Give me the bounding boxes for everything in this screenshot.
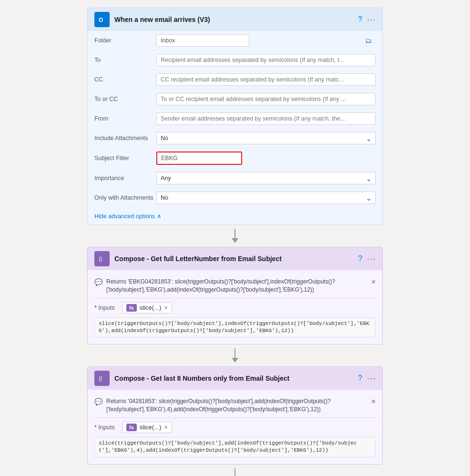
compose-1-inputs-row: * Inputs fx slice(...) × bbox=[94, 298, 376, 315]
trigger-help-icon[interactable]: ? bbox=[358, 15, 362, 24]
only-with-attachments-wrapper: No Yes ⌄ bbox=[156, 192, 376, 204]
to-row: To bbox=[88, 51, 382, 70]
compose-card-1-header: {} Compose - Get full LetterNumber from … bbox=[88, 247, 382, 270]
compose-1-fx-close[interactable]: × bbox=[164, 304, 168, 311]
outlook-icon: O bbox=[97, 15, 107, 24]
svg-text:{}: {} bbox=[99, 256, 102, 262]
compose-card-2-title: Compose - Get last 8 Numbers only from E… bbox=[114, 375, 353, 382]
compose-1-fx-badge: fx bbox=[126, 304, 137, 312]
trigger-card: O When a new email arrives (V3) ? ··· Fo… bbox=[87, 8, 383, 225]
subject-filter-label: Subject Filter bbox=[94, 155, 156, 162]
from-label: From bbox=[94, 115, 156, 122]
include-attachments-label: Include Attachments bbox=[94, 135, 156, 142]
folder-row: Folder 🗂 bbox=[88, 31, 382, 51]
compose-1-fx-content[interactable]: fx slice(...) × bbox=[122, 302, 172, 314]
compose-card-2-header: {} Compose - Get last 8 Numbers only fro… bbox=[88, 367, 382, 390]
compose-2-description: 💬 Returns '04281853': slice(triggerOutpu… bbox=[94, 395, 376, 418]
compose-1-inputs-label: * Inputs bbox=[94, 304, 118, 311]
to-or-cc-input[interactable] bbox=[156, 93, 376, 105]
compose-1-close-icon[interactable]: × bbox=[371, 278, 376, 286]
arrow-head-1 bbox=[232, 238, 238, 243]
to-or-cc-row: To or CC bbox=[88, 90, 382, 109]
compose-card-1: {} Compose - Get full LetterNumber from … bbox=[87, 247, 383, 344]
compose-2-fx-text: slice(...) bbox=[140, 424, 162, 431]
arrow-connector-2 bbox=[87, 344, 383, 366]
compose-1-desc-icon: 💬 bbox=[94, 278, 102, 286]
importance-wrapper: Any Low Normal High ⌄ bbox=[156, 172, 376, 184]
only-with-attachments-row: Only with Attachments No Yes ⌄ bbox=[88, 188, 382, 208]
compose-1-desc-text: Returns 'EBKG04281853': slice(triggerOut… bbox=[106, 278, 368, 294]
importance-label: Importance bbox=[94, 175, 156, 182]
trigger-header: O When a new email arrives (V3) ? ··· bbox=[88, 8, 382, 31]
compose-2-inputs-label: * Inputs bbox=[94, 424, 118, 431]
compose-1-description: 💬 Returns 'EBKG04281853': slice(triggerO… bbox=[94, 275, 376, 298]
folder-icon: 🗂 bbox=[365, 37, 372, 44]
cc-input[interactable] bbox=[156, 73, 376, 86]
subject-filter-row: Subject Filter bbox=[88, 148, 382, 169]
compose-1-menu-icon[interactable]: ··· bbox=[367, 254, 376, 264]
compose-1-fx-text: slice(...) bbox=[140, 304, 162, 311]
cc-label: CC bbox=[94, 76, 156, 83]
importance-row: Importance Any Low Normal High ⌄ bbox=[88, 169, 382, 188]
compose-2-close-icon[interactable]: × bbox=[371, 397, 376, 406]
compose-icon-1: {} bbox=[94, 251, 110, 266]
to-or-cc-label: To or CC bbox=[94, 96, 156, 102]
svg-text:{}: {} bbox=[99, 375, 102, 381]
folder-label: Folder bbox=[94, 37, 156, 44]
to-label: To bbox=[94, 57, 156, 63]
arrow-head-2 bbox=[232, 358, 238, 363]
compose-2-menu-icon[interactable]: ··· bbox=[367, 374, 376, 384]
compose-card-1-title: Compose - Get full LetterNumber from Ema… bbox=[114, 255, 353, 263]
compose-1-help-icon[interactable]: ? bbox=[358, 254, 362, 263]
svg-text:O: O bbox=[99, 17, 103, 23]
outlook-icon-container: O bbox=[94, 12, 110, 27]
trigger-menu-icon[interactable]: ··· bbox=[367, 15, 376, 25]
cc-row: CC bbox=[88, 70, 382, 90]
only-with-attachments-select[interactable]: No Yes bbox=[156, 192, 376, 204]
hide-advanced-options[interactable]: Hide advanced options ∧ bbox=[88, 208, 382, 224]
hide-advanced-text: Hide advanced options bbox=[94, 213, 155, 220]
folder-input[interactable] bbox=[156, 34, 249, 47]
compose-icon-2: {} bbox=[94, 371, 110, 386]
compose-2-desc-icon: 💬 bbox=[94, 398, 102, 405]
compose-1-fx-label: fx bbox=[129, 305, 134, 311]
compose-2-expression: slice(triggerOutputs()?['body/subject'],… bbox=[94, 437, 376, 457]
arrow-connector-3 bbox=[87, 465, 383, 476]
subject-filter-input[interactable] bbox=[156, 152, 242, 165]
compose-2-help-icon[interactable]: ? bbox=[358, 374, 362, 383]
hide-advanced-chevron-icon: ∧ bbox=[157, 213, 162, 220]
only-with-attachments-label: Only with Attachments bbox=[94, 194, 156, 201]
compose-2-fx-content[interactable]: fx slice(...) × bbox=[122, 422, 172, 433]
importance-select[interactable]: Any Low Normal High bbox=[156, 172, 376, 184]
trigger-title: When a new email arrives (V3) bbox=[114, 16, 353, 23]
compose-2-required-star: * bbox=[94, 424, 97, 431]
compose-icon-svg-2: {} bbox=[98, 374, 106, 383]
compose-2-desc-text: Returns '04281853': slice(triggerOutputs… bbox=[106, 397, 368, 414]
include-attachments-wrapper: No Yes ⌄ bbox=[156, 132, 376, 144]
arrow-connector-1 bbox=[87, 225, 383, 247]
compose-card-1-body: 💬 Returns 'EBKG04281853': slice(triggerO… bbox=[88, 270, 382, 344]
from-input[interactable] bbox=[156, 112, 376, 125]
to-input[interactable] bbox=[156, 54, 376, 66]
compose-icon-svg-1: {} bbox=[98, 254, 106, 263]
compose-2-fx-badge: fx bbox=[126, 424, 137, 431]
include-attachments-select[interactable]: No Yes bbox=[156, 132, 376, 144]
compose-card-2: {} Compose - Get last 8 Numbers only fro… bbox=[87, 366, 383, 464]
arrow-line-1 bbox=[235, 229, 235, 238]
compose-card-2-body: 💬 Returns '04281853': slice(triggerOutpu… bbox=[88, 390, 382, 464]
folder-input-wrapper: 🗂 bbox=[156, 34, 376, 47]
compose-2-fx-close[interactable]: × bbox=[164, 424, 168, 431]
compose-2-fx-label: fx bbox=[129, 425, 134, 430]
compose-1-required-star: * bbox=[94, 304, 97, 311]
compose-1-expression: slice(triggerOutputs()?['body/subject'],… bbox=[94, 317, 376, 338]
from-row: From bbox=[88, 109, 382, 129]
include-attachments-row: Include Attachments No Yes ⌄ bbox=[88, 129, 382, 148]
compose-2-inputs-row: * Inputs fx slice(...) × bbox=[94, 418, 376, 435]
arrow-line-3 bbox=[235, 468, 235, 476]
arrow-line-2 bbox=[235, 348, 235, 358]
